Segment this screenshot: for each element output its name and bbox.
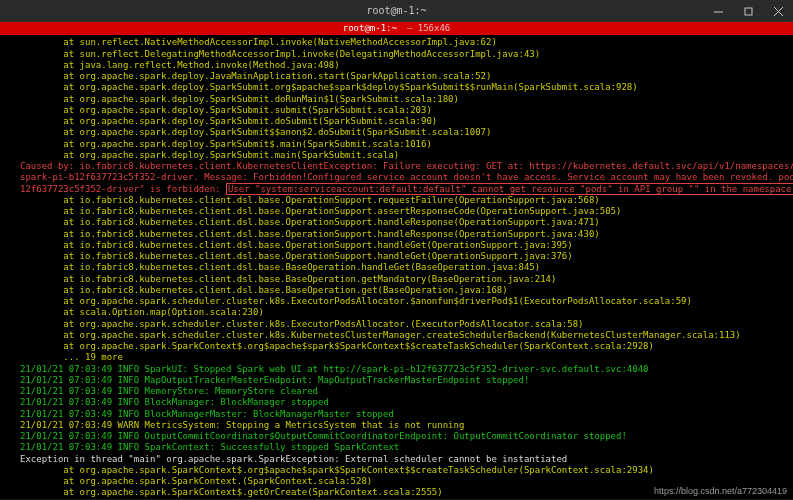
window-controls [703,0,793,22]
log-line: at io.fabric8.kubernetes.client.dsl.base… [20,217,785,228]
log-line: at org.apache.spark.scheduler.cluster.k8… [20,296,785,307]
log-line: 21/01/21 07:03:49 INFO BlockManager: Blo… [20,397,785,408]
log-line: at io.fabric8.kubernetes.client.dsl.base… [20,251,785,262]
log-line: Caused by: io.fabric8.kubernetes.client.… [20,161,785,172]
log-line: at org.apache.spark.scheduler.cluster.k8… [20,330,785,341]
log-line: at io.fabric8.kubernetes.client.dsl.base… [20,274,785,285]
window-titlebar: root@m-1:~ [0,0,793,22]
log-line: at org.apache.spark.scheduler.cluster.k8… [20,319,785,330]
log-line: at scala.Option.map(Option.scala:230) [20,307,785,318]
log-line: at org.apache.spark.deploy.SparkSubmit.d… [20,94,785,105]
watermark-url: https://blog.csdn.net/a772304419 [654,486,787,497]
log-line: 21/01/21 07:03:49 WARN MetricsSystem: St… [20,420,785,431]
session-tab-bar[interactable]: root@m-1:~ — 156x46 [0,22,793,35]
session-label: root@m-1:~ [343,23,397,34]
log-line: at io.fabric8.kubernetes.client.dsl.base… [20,206,785,217]
log-line: at org.apache.spark.deploy.SparkSubmit.o… [20,82,785,93]
maximize-button[interactable] [733,0,763,22]
log-line: at org.apache.spark.deploy.SparkSubmit$.… [20,139,785,150]
log-line: at java.lang.reflect.Method.invoke(Metho… [20,60,785,71]
log-line: at io.fabric8.kubernetes.client.dsl.base… [20,229,785,240]
session-dimensions: — 156x46 [407,23,450,34]
log-line: at io.fabric8.kubernetes.client.dsl.base… [20,262,785,273]
log-line: ... 19 more [20,352,785,363]
log-line: at io.fabric8.kubernetes.client.dsl.base… [20,240,785,251]
log-line: at org.apache.spark.SparkContext$.org$ap… [20,465,785,476]
log-line: at org.apache.spark.deploy.JavaMainAppli… [20,71,785,82]
log-line: 21/01/21 07:03:49 INFO MapOutputTrackerM… [20,375,785,386]
log-line: at sun.reflect.NativeMethodAccessorImpl.… [20,37,785,48]
log-line: at sun.reflect.DelegatingMethodAccessorI… [20,49,785,60]
log-line: at org.apache.spark.deploy.SparkSubmit$$… [20,127,785,138]
svg-rect-1 [745,8,752,15]
minimize-button[interactable] [703,0,733,22]
maximize-icon [744,7,753,16]
close-button[interactable] [763,0,793,22]
log-line: at org.apache.spark.deploy.SparkSubmit.m… [20,150,785,161]
log-line: Exception in thread "main" org.apache.sp… [20,454,785,465]
log-line: at io.fabric8.kubernetes.client.dsl.base… [20,195,785,206]
terminal-output[interactable]: at sun.reflect.NativeMethodAccessorImpl.… [0,35,793,499]
log-line: 21/01/21 07:03:49 INFO SparkUI: Stopped … [20,364,785,375]
log-line: at org.apache.spark.deploy.SparkSubmit.s… [20,105,785,116]
log-line: 12f637723c5f352-driver" is forbidden: Us… [20,184,785,195]
log-line: 21/01/21 07:03:49 INFO OutputCommitCoord… [20,431,785,442]
log-line: at org.apache.spark.deploy.SparkSubmit.d… [20,116,785,127]
minimize-icon [714,7,723,16]
log-line: at org.apache.spark.SparkContext$.org$ap… [20,341,785,352]
window-title: root@m-1:~ [366,5,426,18]
log-line: 21/01/21 07:03:49 INFO BlockManagerMaste… [20,409,785,420]
log-line: spark-pi-b12f637723c5f352-driver. Messag… [20,172,785,183]
log-line: 21/01/21 07:03:49 INFO SparkContext: Suc… [20,442,785,453]
log-line: at io.fabric8.kubernetes.client.dsl.base… [20,285,785,296]
close-icon [774,7,783,16]
log-line: at org.apache.spark.sql.SparkSession$Bui… [20,499,785,500]
log-line: 21/01/21 07:03:49 INFO MemoryStore: Memo… [20,386,785,397]
